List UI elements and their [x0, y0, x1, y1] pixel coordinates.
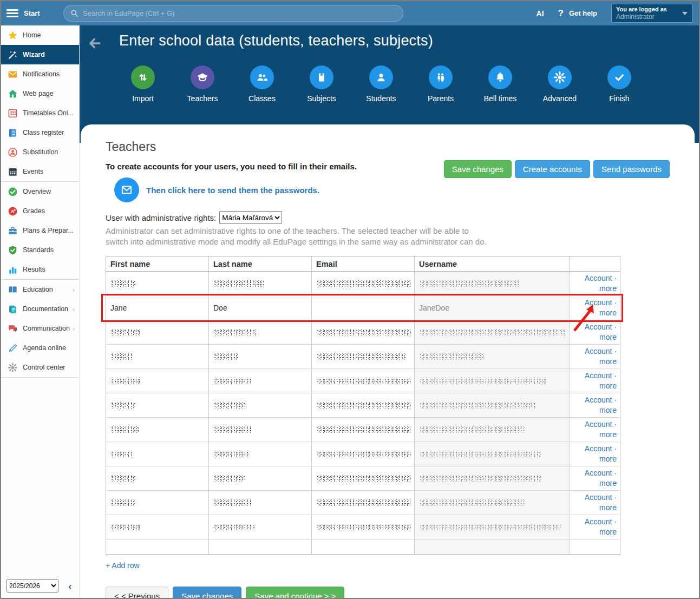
first-name-cell[interactable] [106, 369, 209, 393]
wizard-step-classes[interactable]: Classes [232, 65, 292, 103]
email-cell[interactable] [312, 418, 415, 442]
email-cell[interactable] [312, 539, 415, 555]
first-name-cell[interactable] [106, 418, 209, 442]
wizard-step-students[interactable]: Students [351, 65, 411, 103]
sidebar-item-web-page[interactable]: Web page [1, 84, 79, 103]
account-link[interactable]: Account [585, 322, 612, 331]
account-link[interactable]: Account [585, 517, 612, 526]
last-name-cell[interactable] [209, 345, 312, 369]
email-cell[interactable] [312, 393, 415, 418]
admin-rights-select[interactable]: Mária Maľárová [219, 211, 282, 224]
account-link[interactable]: Account [585, 493, 612, 502]
account-link[interactable]: Account [585, 420, 612, 429]
last-name-cell[interactable] [209, 442, 312, 466]
sidebar-item-wizard[interactable]: Wizard [1, 45, 79, 64]
first-name-cell[interactable]: Jane [106, 296, 209, 320]
email-cell[interactable] [312, 345, 415, 369]
sidebar-item-overview[interactable]: Overview [1, 182, 79, 201]
email-cell[interactable] [312, 320, 415, 345]
first-name-cell[interactable] [106, 466, 209, 491]
sidebar-item-communication[interactable]: Communication› [1, 319, 79, 338]
sidebar-item-documentation[interactable]: Documentation› [1, 299, 79, 319]
previous-button[interactable]: < < Previous [106, 587, 168, 599]
email-cell[interactable] [312, 272, 415, 296]
last-name-cell[interactable] [209, 466, 312, 491]
more-link[interactable]: more [599, 333, 617, 341]
send-passwords-link[interactable]: Then click here to send them the passwor… [146, 186, 319, 195]
more-link[interactable]: more [599, 308, 617, 317]
menu-icon[interactable] [6, 8, 18, 19]
add-row-link[interactable]: + Add row [106, 561, 171, 570]
first-name-cell[interactable] [106, 539, 209, 555]
sidebar-item-timetables-onl[interactable]: Timetables Onl... [1, 103, 79, 123]
start-menu-label[interactable]: Start [24, 9, 40, 17]
first-name-cell[interactable] [106, 393, 209, 418]
email-cell[interactable] [312, 369, 415, 393]
email-cell[interactable] [312, 491, 415, 515]
more-link[interactable]: more [599, 455, 617, 463]
sidebar-item-education[interactable]: Education› [1, 280, 79, 299]
wizard-step-parents[interactable]: Parents [411, 65, 470, 103]
wizard-step-finish[interactable]: Finish [590, 65, 649, 103]
save-and-continue-button[interactable]: Save and continue > > [246, 587, 344, 599]
last-name-cell[interactable]: Doe [209, 296, 312, 320]
email-cell[interactable] [312, 296, 415, 320]
last-name-cell[interactable] [209, 515, 312, 539]
save-changes-button[interactable]: Save changes [444, 160, 512, 178]
ai-button[interactable]: AI [537, 9, 544, 18]
send-passwords-button[interactable]: Send passwords [593, 160, 670, 178]
search-bar[interactable] [63, 5, 403, 22]
sidebar-item-plans-prepar[interactable]: Plans & Prepar... [1, 221, 79, 240]
last-name-cell[interactable] [209, 418, 312, 442]
more-link[interactable]: more [599, 503, 617, 512]
more-link[interactable]: more [599, 381, 617, 390]
account-link[interactable]: Account [585, 444, 612, 453]
last-name-cell[interactable] [209, 369, 312, 393]
more-link[interactable]: more [599, 406, 617, 414]
get-help-button[interactable]: ? Get help [558, 8, 597, 19]
last-name-cell[interactable] [209, 320, 312, 345]
back-arrow-icon[interactable] [87, 35, 103, 51]
save-changes-footer-button[interactable]: Save changes [173, 587, 241, 599]
create-accounts-button[interactable]: Create accounts [515, 160, 590, 178]
first-name-cell[interactable] [106, 272, 209, 296]
wizard-step-advanced[interactable]: Advanced [530, 65, 590, 103]
sidebar-item-results[interactable]: Results [1, 260, 79, 279]
email-cell[interactable] [312, 515, 415, 539]
sidebar-item-home[interactable]: Home [1, 25, 79, 45]
account-link[interactable]: Account [585, 274, 612, 282]
collapse-sidebar-icon[interactable]: ‹ [68, 581, 72, 591]
account-link[interactable]: Account [585, 298, 612, 307]
account-link[interactable]: Account [585, 469, 612, 477]
first-name-cell[interactable] [106, 442, 209, 466]
sidebar-item-grades[interactable]: AxGrades [1, 201, 79, 221]
email-cell[interactable] [312, 466, 415, 491]
account-link[interactable]: Account [585, 347, 612, 356]
sidebar-item-agenda-online[interactable]: Agenda online [1, 338, 79, 358]
sidebar-item-substitution[interactable]: Substitution [1, 142, 79, 162]
last-name-cell[interactable] [209, 491, 312, 515]
sidebar-item-events[interactable]: Events [1, 162, 79, 181]
more-link[interactable]: more [599, 479, 617, 488]
sidebar-item-notifications[interactable]: Notifications [1, 64, 79, 84]
sidebar-item-control-center[interactable]: Control center [1, 358, 79, 377]
more-link[interactable]: more [599, 357, 617, 366]
more-link[interactable]: more [599, 528, 617, 536]
wizard-step-import[interactable]: Import [113, 65, 173, 103]
school-year-select[interactable]: 2025/2026 [6, 579, 58, 593]
first-name-cell[interactable] [106, 491, 209, 515]
account-link[interactable]: Account [585, 371, 612, 380]
wizard-step-teachers[interactable]: Teachers [173, 65, 232, 103]
more-link[interactable]: more [599, 430, 617, 439]
sidebar-item-standards[interactable]: Standards [1, 240, 79, 260]
more-link[interactable]: more [599, 284, 617, 293]
account-link[interactable]: Account [585, 396, 612, 404]
last-name-cell[interactable] [209, 539, 312, 555]
last-name-cell[interactable] [209, 272, 312, 296]
first-name-cell[interactable] [106, 515, 209, 539]
email-cell[interactable] [312, 442, 415, 466]
first-name-cell[interactable] [106, 320, 209, 345]
wizard-step-subjects[interactable]: Subjects [292, 65, 351, 103]
search-input[interactable] [83, 9, 386, 17]
last-name-cell[interactable] [209, 393, 312, 418]
